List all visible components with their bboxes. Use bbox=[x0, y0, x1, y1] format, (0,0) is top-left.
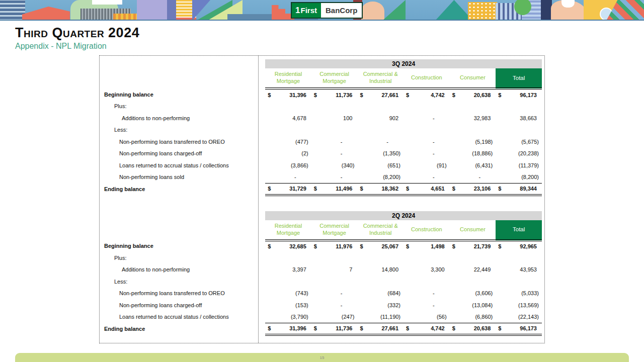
logo-one: 1 bbox=[295, 6, 300, 16]
value-text: 100 bbox=[343, 115, 357, 121]
cell-value bbox=[450, 276, 496, 288]
cell-value: 3,397 bbox=[265, 264, 311, 276]
table-row: Loans returned to accrual status / colle… bbox=[100, 311, 542, 323]
table-row: Plus: bbox=[100, 101, 542, 113]
cell-value: (684) bbox=[357, 288, 404, 300]
cell-value: - bbox=[404, 112, 450, 124]
cell-value bbox=[404, 101, 450, 113]
logo-first-text: First bbox=[300, 6, 317, 15]
cell-value: $20,638 bbox=[450, 323, 496, 335]
column-header: Commercial Mortgage bbox=[311, 68, 358, 88]
currency-symbol: $ bbox=[268, 325, 271, 331]
value-text: 18,362 bbox=[381, 186, 404, 192]
footer-bar: 15 bbox=[15, 353, 629, 362]
currency-symbol: $ bbox=[360, 92, 363, 98]
period-band: 3Q 2024 bbox=[265, 59, 542, 68]
banner-shape bbox=[561, 0, 575, 8]
value-text: (332) bbox=[387, 302, 404, 308]
cell-value: (13,569) bbox=[496, 299, 542, 311]
banner-shape bbox=[167, 0, 177, 21]
value-text: 22,449 bbox=[474, 266, 496, 273]
banner-shape bbox=[92, 0, 122, 5]
value-text: 20,638 bbox=[474, 92, 496, 98]
value-text: 1,498 bbox=[431, 243, 450, 249]
value-text: (3,790) bbox=[291, 314, 311, 320]
cell-value: (91) bbox=[404, 159, 450, 171]
currency-symbol: $ bbox=[498, 243, 501, 249]
cell-value bbox=[450, 101, 496, 113]
cell-value: $18,362 bbox=[357, 183, 404, 195]
currency-symbol: $ bbox=[452, 92, 455, 98]
column-header: Total bbox=[496, 220, 542, 240]
value-text: - bbox=[341, 290, 358, 296]
cell-value: $11,736 bbox=[311, 323, 358, 335]
value-text: - bbox=[433, 115, 450, 121]
cell-value bbox=[311, 252, 358, 264]
npl-tables-container: 3Q 2024Residential MortgageCommercial Mo… bbox=[100, 59, 544, 336]
value-text: 3,300 bbox=[431, 266, 450, 273]
table-row: Non-performing loans sold--(8,200)--(8,2… bbox=[100, 171, 542, 184]
value-text: (247) bbox=[342, 314, 358, 320]
value-text: - bbox=[341, 174, 358, 180]
value-text: 7 bbox=[349, 266, 357, 273]
value-text: (6,860) bbox=[475, 314, 496, 320]
value-text: 31,396 bbox=[289, 92, 311, 98]
page-subtitle: Appendix - NPL Migration bbox=[15, 42, 107, 51]
banner-shape bbox=[435, 0, 473, 21]
column-header: Construction bbox=[404, 68, 450, 88]
cell-value bbox=[311, 101, 358, 113]
value-text: (20,238) bbox=[518, 150, 542, 156]
value-text: 20,638 bbox=[474, 325, 496, 331]
cell-value: 43,953 bbox=[496, 264, 542, 276]
cell-value: - bbox=[450, 171, 496, 184]
cell-value: (5,198) bbox=[450, 136, 496, 148]
cell-value: (153) bbox=[265, 299, 311, 311]
cell-value: 7 bbox=[311, 264, 358, 276]
header-spacer bbox=[100, 220, 265, 240]
logo-first-segment: 1First bbox=[292, 3, 321, 18]
cell-value bbox=[265, 124, 311, 136]
value-text: (8,200) bbox=[383, 174, 404, 180]
table-row: Non-performing loans charged-off(2)-(1,3… bbox=[100, 148, 542, 160]
value-text: 31,396 bbox=[289, 325, 311, 331]
cell-value: - bbox=[311, 299, 358, 311]
label-column-divider bbox=[258, 56, 259, 343]
cell-value bbox=[404, 276, 450, 288]
currency-symbol: $ bbox=[406, 325, 409, 331]
cell-value bbox=[496, 101, 542, 113]
value-text: - bbox=[341, 302, 358, 308]
cell-value: (56) bbox=[404, 311, 450, 323]
currency-symbol: $ bbox=[268, 243, 271, 249]
banner-shape bbox=[541, 0, 552, 21]
row-label: Additions to non-performing bbox=[100, 264, 265, 276]
row-label: Plus: bbox=[100, 101, 265, 113]
table-row: Beginning balance$32,685$11,976$25,067$1… bbox=[100, 240, 542, 252]
row-label: Less: bbox=[100, 124, 265, 136]
value-text: (5,675) bbox=[521, 139, 542, 145]
cell-value: (6,431) bbox=[450, 159, 496, 171]
cell-value: (11,190) bbox=[357, 311, 404, 323]
value-text: - bbox=[479, 174, 496, 180]
table-row: Additions to non-performing3,397714,8003… bbox=[100, 264, 542, 276]
value-text: 21,739 bbox=[474, 243, 496, 249]
value-text: 4,678 bbox=[292, 115, 311, 121]
value-text: (22,143) bbox=[518, 314, 542, 320]
cell-value: $20,638 bbox=[450, 88, 496, 101]
cell-value bbox=[404, 252, 450, 264]
currency-symbol: $ bbox=[498, 186, 501, 192]
table-row: Non-performing loans transferred to OREO… bbox=[100, 288, 542, 300]
band-spacer bbox=[100, 59, 265, 68]
cell-value: $4,651 bbox=[404, 183, 450, 195]
cell-value: (20,238) bbox=[496, 148, 542, 160]
value-text: 4,742 bbox=[431, 92, 450, 98]
cell-value bbox=[265, 252, 311, 264]
value-text: 902 bbox=[389, 115, 404, 121]
value-text: 27,661 bbox=[381, 92, 404, 98]
cell-value: $27,661 bbox=[357, 88, 404, 101]
cell-value: - bbox=[404, 299, 450, 311]
cell-value: $96,173 bbox=[496, 323, 542, 335]
value-text: 32,983 bbox=[474, 115, 496, 121]
cell-value: $1,498 bbox=[404, 240, 450, 252]
value-text: - bbox=[341, 150, 358, 156]
value-text: (2) bbox=[301, 150, 311, 156]
